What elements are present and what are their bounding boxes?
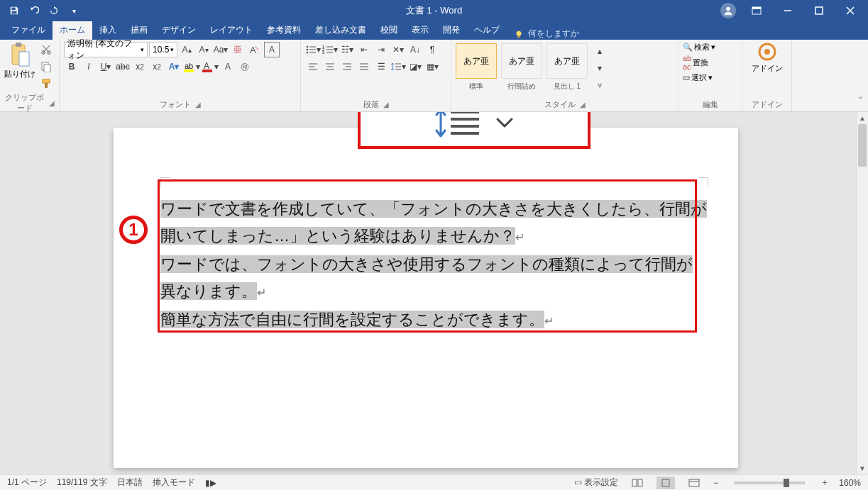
phonetic-guide-icon[interactable]: 亜 (230, 42, 246, 57)
minimize-icon[interactable] (773, 1, 803, 21)
superscript-button[interactable]: x2 (149, 59, 165, 74)
undo-icon[interactable] (27, 4, 41, 18)
align-right-icon[interactable] (339, 59, 355, 74)
group-label-styles: スタイル (544, 99, 576, 110)
bullets-icon[interactable]: ▾ (305, 42, 321, 57)
addins-label[interactable]: アドイン (752, 63, 783, 74)
styles-dialog-launcher-icon[interactable]: ◢ (580, 101, 586, 108)
tab-references[interactable]: 参考資料 (260, 21, 308, 40)
font-size-select[interactable]: 10.5▾ (149, 42, 177, 57)
print-layout-icon[interactable] (657, 477, 675, 489)
font-name-select[interactable]: 游明朝 (本文のフォン▾ (64, 42, 148, 57)
scroll-track[interactable] (857, 124, 868, 462)
tab-view[interactable]: 表示 (405, 21, 436, 40)
grow-font-icon[interactable]: A▴ (179, 42, 194, 57)
styles-scroll-up-icon[interactable]: ▴ (592, 43, 608, 59)
vertical-scrollbar[interactable]: ▲ ▼ (856, 112, 868, 474)
maximize-icon[interactable] (804, 1, 834, 21)
web-layout-icon[interactable] (685, 477, 703, 489)
justify-icon[interactable] (356, 59, 372, 74)
bold-button[interactable]: B (64, 59, 79, 74)
cut-icon[interactable] (38, 42, 54, 57)
status-page[interactable]: 1/1 ページ (7, 477, 47, 489)
scroll-down-icon[interactable]: ▼ (857, 462, 868, 474)
close-icon[interactable] (835, 1, 865, 21)
status-language[interactable]: 日本語 (117, 477, 143, 489)
style-heading1[interactable]: あア亜 (546, 43, 588, 79)
align-left-icon[interactable] (305, 59, 321, 74)
styles-scroll-down-icon[interactable]: ▾ (592, 60, 608, 76)
format-painter-icon[interactable] (38, 76, 54, 91)
copy-icon[interactable] (38, 59, 54, 74)
char-border-icon[interactable]: A (264, 42, 280, 57)
status-word-count[interactable]: 119/119 文字 (57, 477, 107, 489)
zoom-level[interactable]: 160% (839, 478, 861, 488)
tell-me-search[interactable]: 何をしますか (507, 28, 586, 40)
tab-review[interactable]: 校閲 (373, 21, 405, 40)
addins-icon[interactable] (757, 42, 777, 62)
highlight-color-icon[interactable]: ab▾ (183, 59, 200, 74)
numbering-icon[interactable]: 123▾ (322, 42, 338, 57)
account-avatar[interactable] (720, 3, 736, 18)
align-center-icon[interactable] (322, 59, 338, 74)
borders-icon[interactable]: ▦▾ (424, 59, 440, 74)
tab-design[interactable]: デザイン (155, 21, 203, 40)
paste-icon[interactable] (9, 42, 31, 67)
find-button[interactable]: 🔍検索▾ (683, 42, 715, 52)
italic-button[interactable]: I (81, 59, 97, 74)
tab-mailings[interactable]: 差し込み文書 (308, 21, 373, 40)
line-spacing-large-icon (434, 112, 482, 139)
replace-button[interactable]: abac置換 (683, 54, 708, 71)
svg-rect-10 (517, 35, 520, 38)
paragraph-dialog-launcher-icon[interactable]: ◢ (383, 101, 389, 108)
scroll-up-icon[interactable]: ▲ (857, 112, 868, 124)
read-mode-icon[interactable] (628, 477, 647, 489)
increase-indent-icon[interactable]: ⇥ (373, 42, 389, 57)
show-marks-icon[interactable]: ¶ (424, 42, 440, 57)
change-case-icon[interactable]: Aa▾ (213, 42, 229, 57)
sort-icon[interactable]: A↓ (407, 42, 423, 57)
shading-icon[interactable]: ◪▾ (407, 59, 423, 74)
ribbon-display-icon[interactable] (742, 1, 771, 21)
svg-rect-4 (752, 7, 761, 9)
underline-button[interactable]: U▾ (98, 59, 114, 74)
style-normal[interactable]: あア亜 (456, 43, 497, 79)
group-paragraph: ▾ 123▾ ☷▾ ⇤ ⇥ ✕▾ A↓ ¶ ☰ ▾ ◪▾ ▦▾ 段落◢ (301, 40, 451, 111)
style-no-spacing[interactable]: あア亜 (501, 43, 542, 79)
paste-label[interactable]: 貼り付け (4, 69, 35, 79)
multilevel-list-icon[interactable]: ☷▾ (339, 42, 355, 57)
text-effects-icon[interactable]: A▾ (166, 59, 182, 74)
shrink-font-icon[interactable]: A▾ (196, 42, 211, 57)
strikethrough-button[interactable]: abc (115, 59, 131, 74)
zoom-thumb[interactable] (784, 479, 789, 487)
qat-customize-icon[interactable]: ▾ (67, 4, 81, 18)
char-shading-icon[interactable]: A (220, 59, 236, 74)
font-color-icon[interactable]: A▾ (202, 59, 219, 74)
tab-file[interactable]: ファイル (4, 21, 53, 40)
ribbon: 貼り付け クリップボード◢ 游明朝 (本文のフォン▾ 10.5▾ A▴ A▾ A… (0, 40, 868, 112)
zoom-out-icon[interactable]: − (713, 478, 718, 488)
subscript-button[interactable]: x2 (132, 59, 148, 74)
status-insert-mode[interactable]: 挿入モード (153, 477, 195, 489)
font-dialog-launcher-icon[interactable]: ◢ (195, 101, 201, 108)
redo-icon[interactable] (47, 4, 61, 18)
distribute-icon[interactable]: ☰ (373, 59, 389, 74)
line-spacing-icon[interactable]: ▾ (390, 59, 406, 74)
select-button[interactable]: ▭選択▾ (683, 72, 713, 83)
tab-layout[interactable]: レイアウト (203, 21, 260, 40)
asian-layout-icon[interactable]: ✕▾ (390, 42, 406, 57)
decrease-indent-icon[interactable]: ⇤ (356, 42, 372, 57)
save-icon[interactable] (7, 4, 21, 18)
clipboard-dialog-launcher-icon[interactable]: ◢ (49, 99, 55, 107)
scroll-thumb[interactable] (858, 124, 867, 167)
display-settings[interactable]: ▭ 表示設定 (574, 477, 618, 489)
collapse-ribbon-icon[interactable]: ˇ (853, 93, 868, 111)
tab-help[interactable]: ヘルプ (467, 21, 507, 40)
zoom-in-icon[interactable]: ＋ (820, 477, 829, 489)
tab-developer[interactable]: 開発 (436, 21, 467, 40)
clear-format-icon[interactable]: A (247, 42, 263, 57)
macro-record-icon[interactable]: ▮▶ (205, 478, 216, 488)
zoom-slider[interactable] (734, 481, 805, 484)
enclose-char-icon[interactable]: ㊞ (237, 59, 253, 74)
styles-expand-icon[interactable]: ▿ (592, 77, 608, 93)
